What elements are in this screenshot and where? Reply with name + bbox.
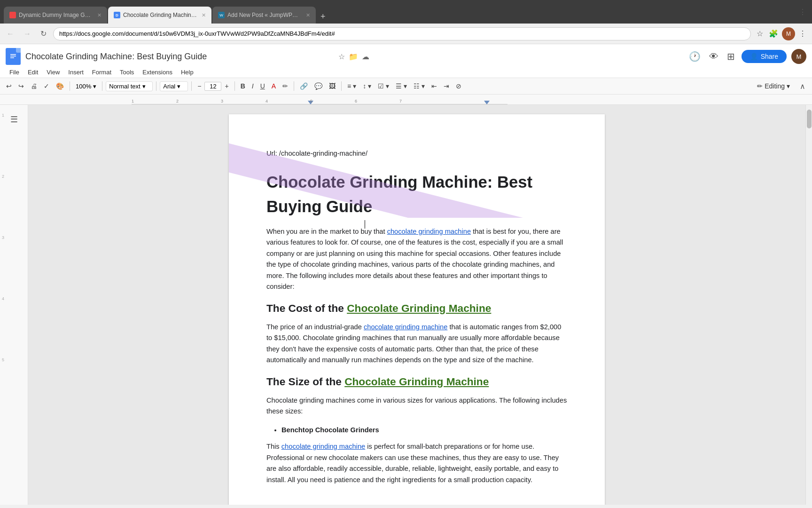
h2-cost-text-before: The Cost of the: [266, 302, 347, 314]
profile-icon[interactable]: M: [782, 27, 795, 40]
tab-jumpwpt[interactable]: W Add New Post « JumpWPT — ... ✕: [212, 7, 316, 24]
toolbar-collapse-button[interactable]: ∧: [797, 81, 808, 92]
docs-title-row: Chocolate Grinding Machine: Best Buying …: [6, 48, 806, 65]
undo-button[interactable]: ↩: [4, 81, 14, 91]
menu-view[interactable]: View: [43, 67, 63, 78]
menu-format[interactable]: Format: [88, 67, 115, 78]
share-button[interactable]: 👤 Share: [742, 50, 787, 63]
link-button[interactable]: 🔗: [297, 81, 310, 91]
menu-file[interactable]: File: [6, 67, 23, 78]
ruler-inner: 1 2 3 4 5 6 7: [132, 104, 508, 104]
style-select[interactable]: Normal text ▾: [106, 81, 153, 91]
bullet-list-button[interactable]: ☰ ▾: [393, 81, 409, 91]
font-size-box: − +: [195, 81, 231, 91]
move-icon[interactable]: 📁: [349, 52, 358, 61]
print-button[interactable]: 🖨: [28, 81, 39, 91]
toolbar-sep-4: [191, 81, 192, 91]
font-size-decrease[interactable]: −: [195, 81, 203, 91]
toolbar-sep-7: [341, 81, 342, 91]
tab-dummy-image[interactable]: Dynamic Dummy Image Gene... ✕: [4, 7, 107, 24]
document-page[interactable]: Url: /chocolate-grinding-machine/ Chocol…: [229, 114, 605, 505]
browser-settings-button[interactable]: ⋮: [797, 27, 808, 40]
comment-button[interactable]: 💬: [312, 81, 325, 91]
view-options-icon[interactable]: ⊞: [725, 49, 737, 64]
back-button[interactable]: ←: [4, 28, 17, 40]
align-button[interactable]: ≡ ▾: [345, 81, 359, 91]
view-mode-icon[interactable]: 👁: [707, 49, 720, 64]
redo-button[interactable]: ↪: [16, 81, 26, 91]
menu-extensions[interactable]: Extensions: [139, 67, 176, 78]
font-select[interactable]: Arial ▾: [160, 81, 188, 91]
zoom-select[interactable]: 100% ▾: [73, 81, 99, 91]
bold-button[interactable]: B: [238, 81, 248, 91]
menu-insert[interactable]: Insert: [64, 67, 87, 78]
bookmark-icon[interactable]: ☆: [755, 27, 765, 40]
tab-title-1: Dynamic Dummy Image Gene...: [19, 12, 93, 18]
browser-right-icons: ☆ 🧩 M ⋮: [755, 27, 808, 40]
docs-header: Chocolate Grinding Machine: Best Buying …: [0, 44, 812, 78]
text-color-button[interactable]: A: [269, 81, 278, 91]
svg-rect-3: [10, 57, 14, 58]
menu-edit[interactable]: Edit: [24, 67, 42, 78]
right-scrollbar-area: [805, 105, 812, 505]
image-button[interactable]: 🖼: [327, 81, 338, 91]
ruler: 1 2 3 4 5 6 7: [0, 95, 812, 105]
outline-icon[interactable]: ☰: [10, 114, 18, 125]
tab-close-1[interactable]: ✕: [97, 12, 102, 18]
address-input[interactable]: [53, 27, 751, 40]
toolbar-sep-6: [294, 81, 294, 91]
zoom-label: 100%: [76, 83, 91, 90]
tab-close-3[interactable]: ✕: [306, 12, 310, 18]
browser-chrome: Dynamic Dummy Image Gene... ✕ D Chocolat…: [0, 0, 812, 24]
docs-toolbar: ↩ ↪ 🖨 ✓ 🎨 100% ▾ Normal text ▾ Arial ▾ −…: [0, 78, 812, 95]
indent-less-button[interactable]: ⇤: [429, 81, 439, 91]
reload-button[interactable]: ↻: [38, 27, 49, 40]
editing-mode-button[interactable]: ✏ Editing ▾: [752, 80, 795, 92]
doc-link-size-body2[interactable]: chocolate grinding machine: [281, 443, 365, 450]
docs-app-icon: [6, 48, 21, 65]
page-num-4: 4: [2, 296, 4, 301]
history-icon[interactable]: 🕐: [687, 49, 703, 64]
highlight-button[interactable]: ✏: [280, 81, 290, 91]
cloud-icon[interactable]: ☁: [362, 52, 369, 61]
checklist-button[interactable]: ☑ ▾: [375, 81, 391, 91]
doc-link-intro[interactable]: chocolate grinding machine: [387, 228, 471, 235]
user-avatar[interactable]: M: [791, 49, 806, 64]
clear-format-button[interactable]: ⊘: [453, 81, 464, 91]
menu-help[interactable]: Help: [177, 67, 197, 78]
menu-tools[interactable]: Tools: [116, 67, 138, 78]
svg-rect-2: [10, 56, 16, 57]
svg-rect-1: [10, 54, 16, 55]
share-label: Share: [761, 53, 778, 60]
doc-link-cost-body[interactable]: chocolate grinding machine: [364, 323, 447, 331]
font-size-input[interactable]: [204, 82, 221, 91]
scrollbar-thumb[interactable]: [807, 110, 812, 128]
toolbar-sep-2: [102, 81, 102, 91]
italic-button[interactable]: I: [250, 81, 256, 91]
doc-link-h2-cost[interactable]: Chocolate Grinding Machine: [347, 302, 491, 314]
doc-h1[interactable]: Chocolate Grinding Machine: Best Buying …: [266, 170, 567, 219]
numbered-list-button[interactable]: ☷ ▾: [411, 81, 427, 91]
doc-link-h2-size[interactable]: Chocolate Grinding Machine: [344, 375, 489, 388]
underline-button[interactable]: U: [258, 81, 267, 91]
tab-close-2[interactable]: ✕: [202, 12, 206, 18]
star-icon[interactable]: ☆: [338, 52, 345, 61]
line-spacing-button[interactable]: ↕ ▾: [360, 81, 374, 91]
h2-size-text-before: The Size of the: [266, 375, 344, 388]
new-tab-button[interactable]: +: [317, 10, 329, 24]
spell-check-button[interactable]: ✓: [41, 81, 52, 91]
forward-button[interactable]: →: [21, 28, 34, 40]
zoom-chevron: ▾: [93, 83, 96, 90]
extensions-icon[interactable]: 🧩: [767, 27, 780, 40]
main-area: ☰ 1 2 3 4 5 Url: /chocolate-grinding-mac…: [0, 105, 812, 505]
ruler-right-margin: [484, 101, 490, 104]
left-sidebar: ☰ 1 2 3 4 5: [0, 105, 28, 505]
paint-format-button[interactable]: 🎨: [54, 81, 66, 91]
doc-size-body: Chocolate grinding machines come in vari…: [266, 395, 567, 417]
indent-more-button[interactable]: ⇥: [441, 81, 452, 91]
tab-docs[interactable]: D Chocolate Grinding Machine: ... ✕: [108, 7, 211, 24]
font-size-increase[interactable]: +: [222, 81, 231, 91]
docs-menu-bar: File Edit View Insert Format Tools Exten…: [6, 67, 806, 78]
browser-menu-button[interactable]: ⋮: [797, 6, 808, 18]
doc-intro: When you are in the market to buy that c…: [266, 226, 567, 293]
